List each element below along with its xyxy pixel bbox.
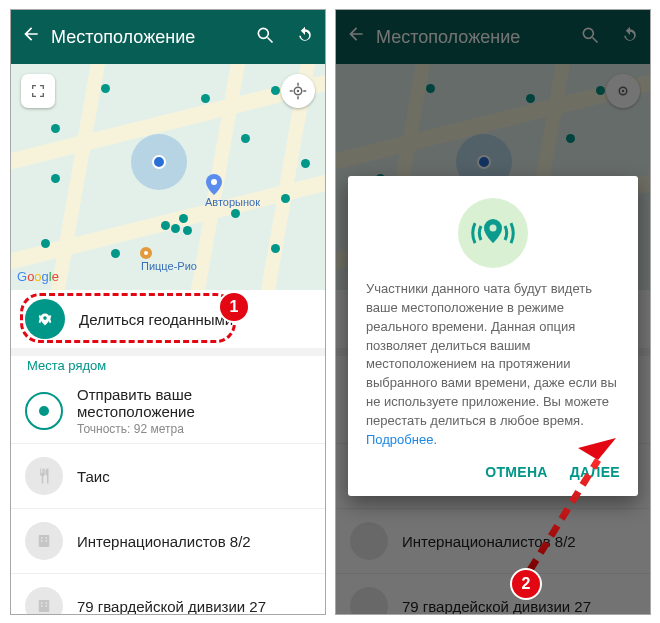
svg-rect-20 [41, 605, 43, 607]
back-button[interactable] [11, 24, 51, 50]
svg-rect-14 [46, 537, 48, 539]
map-view[interactable]: Авторынок Пицце-Рио Google [11, 64, 325, 290]
search-button[interactable] [245, 25, 285, 50]
phone-screen-1: Местоположение Авторынок [10, 9, 326, 615]
target-icon [25, 392, 63, 430]
fullscreen-button[interactable] [21, 74, 55, 108]
dialog-message: Участники данного чата будут видеть ваше… [366, 280, 620, 450]
svg-rect-18 [41, 602, 43, 604]
send-location-title: Отправить ваше местоположение [77, 386, 311, 420]
svg-point-11 [43, 316, 47, 320]
app-bar: Местоположение [11, 10, 325, 64]
place-row[interactable]: Интернационалистов 8/2 [11, 508, 325, 573]
live-location-icon [458, 198, 528, 268]
send-current-location-button[interactable]: Отправить ваше местоположение Точность: … [11, 379, 325, 443]
map-poi-label[interactable]: Авторынок [205, 174, 260, 208]
place-row[interactable]: Таис [11, 443, 325, 508]
my-location-button[interactable] [281, 74, 315, 108]
screen-title: Местоположение [51, 27, 245, 48]
svg-rect-17 [39, 600, 50, 612]
live-location-icon [25, 299, 65, 339]
google-logo: Google [17, 269, 59, 284]
send-location-accuracy: Точность: 92 метра [77, 422, 311, 436]
share-live-location-label: Делиться геоданными [79, 311, 233, 328]
svg-point-26 [490, 225, 497, 232]
svg-rect-13 [41, 537, 43, 539]
learn-more-link[interactable]: Подробнее. [366, 432, 437, 447]
phone-screen-2: Местоположение Делиться геоданными Места… [335, 9, 651, 615]
svg-rect-15 [41, 540, 43, 542]
svg-line-1 [268, 37, 273, 42]
building-icon [25, 522, 63, 560]
live-location-dialog: Участники данного чата будут видеть ваше… [348, 176, 638, 496]
svg-rect-19 [46, 602, 48, 604]
building-icon [25, 587, 63, 615]
svg-point-4 [144, 251, 148, 255]
user-location-indicator [131, 134, 187, 190]
svg-point-2 [211, 179, 217, 185]
dialog-next-button[interactable]: ДАЛЕЕ [570, 464, 620, 480]
svg-rect-16 [46, 540, 48, 542]
refresh-button[interactable] [285, 25, 325, 50]
place-row[interactable]: 79 гвардейской дивизии 27 [11, 573, 325, 615]
svg-point-0 [258, 28, 268, 38]
share-live-location-button[interactable]: Делиться геоданными [11, 290, 325, 348]
utensils-icon [25, 457, 63, 495]
nearby-places-label: Места рядом [11, 356, 325, 379]
svg-rect-21 [46, 605, 48, 607]
svg-rect-12 [39, 535, 50, 547]
svg-point-6 [297, 90, 299, 92]
map-poi-label[interactable]: Пицце-Рио [139, 246, 197, 272]
dialog-cancel-button[interactable]: ОТМЕНА [485, 464, 547, 480]
